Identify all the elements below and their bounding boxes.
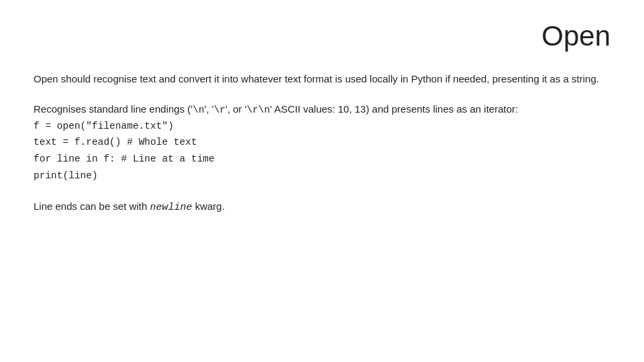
code-line-4: print(line) — [34, 168, 610, 184]
code-return-newline: \r\n — [247, 105, 270, 115]
paragraph-1-text: Open should recognise text and convert i… — [34, 73, 599, 84]
last-paragraph: Line ends can be set with newline kwarg. — [34, 198, 610, 215]
paragraph-2-mid2: ', or ' — [225, 103, 247, 115]
paragraph-2-mid1: ', ' — [205, 103, 214, 115]
code-line-3: for line in f: # Line at a time — [34, 151, 610, 168]
code-newline: \n — [193, 105, 204, 115]
page-title: Open — [34, 20, 610, 52]
paragraph-2-prefix: Recognises standard line endings (' — [34, 103, 193, 115]
page: Open Open should recognise text and conv… — [0, 0, 644, 362]
code-line-1: f = open("filename.txt") — [34, 118, 610, 135]
paragraph-1: Open should recognise text and convert i… — [34, 71, 610, 86]
code-block: f = open("filename.txt") text = f.read()… — [34, 118, 610, 184]
paragraph-2-suffix: ' ASCII values: 10, 13) and presents lin… — [270, 103, 518, 115]
last-para-code: newline — [150, 202, 192, 213]
paragraph-2: Recognises standard line endings ('\n', … — [34, 101, 610, 184]
code-return: \r — [214, 105, 225, 115]
code-line-2: text = f.read() # Whole text — [34, 134, 610, 151]
last-para-prefix: Line ends can be set with — [34, 200, 150, 212]
last-para-suffix: kwarg. — [192, 200, 224, 212]
